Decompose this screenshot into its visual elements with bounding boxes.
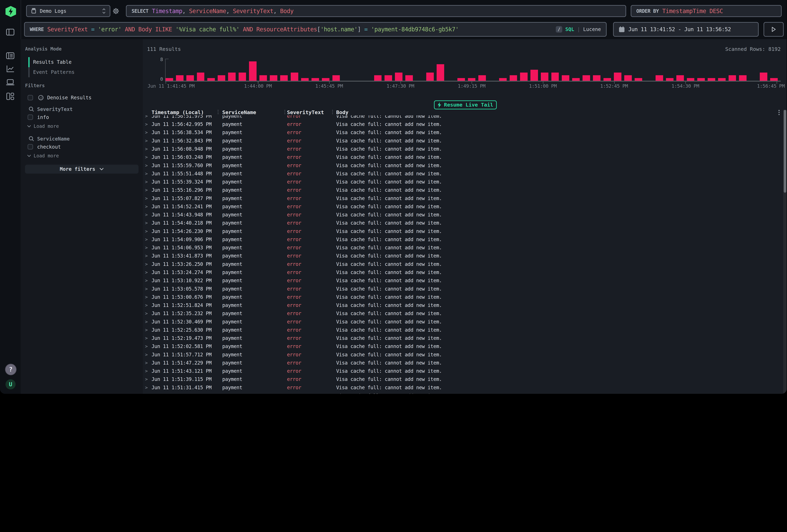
language-lucene[interactable]: Lucene (583, 26, 601, 32)
where-query-input[interactable]: WHERE SeverityText = 'error' AND Body IL… (24, 22, 607, 37)
histogram-bar[interactable] (520, 59, 530, 81)
table-row[interactable]: >Jun 11 1:55:16.296 PMpaymenterrorVisa c… (143, 186, 783, 194)
row-expand-icon[interactable]: > (145, 253, 148, 258)
table-row[interactable]: >Jun 11 1:51:57.712 PMpaymenterrorVisa c… (143, 350, 783, 359)
table-row[interactable]: >Jun 11 1:56:32.843 PMpaymenterrorVisa c… (143, 136, 783, 145)
table-row[interactable]: >Jun 11 1:54:09.906 PMpaymenterrorVisa c… (143, 235, 783, 243)
row-expand-icon[interactable]: > (145, 245, 148, 250)
filter-option-info[interactable]: info (27, 114, 49, 120)
histogram-bar[interactable] (426, 59, 437, 81)
select-query-input[interactable]: SELECT Timestamp, ServiceName, SeverityT… (126, 5, 626, 17)
row-expand-icon[interactable]: > (145, 138, 148, 143)
histogram-bar[interactable] (385, 59, 395, 81)
row-expand-icon[interactable]: > (145, 385, 148, 390)
denoise-checkbox[interactable] (27, 95, 33, 101)
table-row[interactable]: >Jun 11 1:56:08.948 PMpaymenterrorVisa c… (143, 145, 783, 153)
row-expand-icon[interactable]: > (145, 154, 148, 160)
denoise-row[interactable]: Denoise Results (27, 95, 91, 101)
dashboards-icon[interactable] (6, 92, 14, 100)
table-row[interactable]: >Jun 11 1:53:24.274 PMpaymenterrorVisa c… (143, 268, 783, 276)
table-row[interactable]: >Jun 11 1:51:39.115 PMpaymenterrorVisa c… (143, 375, 783, 383)
histogram-bar[interactable] (770, 59, 781, 81)
search-logs-icon[interactable] (6, 52, 15, 59)
histogram-bar[interactable] (593, 59, 603, 81)
row-expand-icon[interactable]: > (145, 302, 148, 308)
user-avatar[interactable]: U (5, 379, 16, 389)
histogram-bar[interactable] (645, 59, 656, 81)
histogram-bar[interactable] (499, 59, 510, 81)
row-expand-icon[interactable]: > (145, 163, 148, 168)
table-row[interactable]: >Jun 11 1:53:10.922 PMpaymenterrorVisa c… (143, 276, 783, 284)
row-expand-icon[interactable]: > (145, 311, 148, 316)
table-scrollbar[interactable] (783, 110, 787, 394)
histogram-bar[interactable] (624, 59, 635, 81)
histogram-bar[interactable] (301, 59, 312, 81)
histogram-bar[interactable] (697, 59, 708, 81)
histogram-bar[interactable] (405, 59, 416, 81)
row-expand-icon[interactable]: > (145, 278, 148, 283)
more-filters-button[interactable]: More filters (25, 165, 139, 174)
col-severitytext[interactable]: SeverityText (287, 109, 324, 115)
table-row[interactable]: >Jun 11 1:54:40.218 PMpaymenterrorVisa c… (143, 219, 783, 227)
histogram-bar[interactable] (635, 59, 645, 81)
histogram-bar[interactable] (447, 59, 458, 81)
table-row[interactable]: >Jun 11 1:52:51.824 PMpaymenterrorVisa c… (143, 301, 783, 309)
table-row[interactable]: >Jun 11 1:52:30.469 PMpaymenterrorVisa c… (143, 317, 783, 326)
filter-checkbox[interactable] (27, 114, 33, 120)
source-selector[interactable]: Demo Logs (26, 5, 110, 17)
table-row[interactable]: >Jun 11 1:54:43.948 PMpaymenterrorVisa c… (143, 211, 783, 219)
histogram-bar[interactable] (291, 59, 301, 81)
histogram-bar[interactable] (437, 59, 447, 81)
column-resize-handle[interactable] (332, 110, 333, 114)
histogram-bar[interactable] (364, 59, 374, 81)
histogram-bar[interactable] (197, 59, 207, 81)
row-expand-icon[interactable]: > (145, 179, 148, 185)
load-more-servicename[interactable]: Load more (27, 153, 59, 158)
row-expand-icon[interactable]: > (145, 327, 148, 333)
filter-option-checkout[interactable]: checkout (27, 144, 61, 150)
histogram-bar[interactable] (207, 59, 218, 81)
histogram-bar[interactable] (166, 59, 176, 81)
histogram-bar[interactable] (270, 59, 280, 81)
time-range-picker[interactable]: Jun 11 13:41:52 - Jun 11 13:56:52 (613, 22, 759, 37)
table-row[interactable]: >Jun 11 1:54:52.241 PMpaymenterrorVisa c… (143, 203, 783, 211)
histogram-bar[interactable] (760, 59, 770, 81)
histogram-bar[interactable] (666, 59, 676, 81)
row-expand-icon[interactable]: > (145, 130, 148, 135)
histogram-bar[interactable] (676, 59, 687, 81)
load-more-severitytext[interactable]: Load more (27, 123, 59, 129)
histogram-bar[interactable] (249, 59, 259, 81)
histogram-bar[interactable] (176, 59, 186, 81)
table-row[interactable]: >Jun 11 1:51:22.457 PMpaymenterrorVisa c… (143, 391, 783, 394)
histogram-bar[interactable] (687, 59, 697, 81)
table-row[interactable]: >Jun 11 1:56:42.995 PMpaymenterrorVisa c… (143, 120, 783, 128)
row-expand-icon[interactable]: > (145, 212, 148, 217)
row-expand-icon[interactable]: > (145, 146, 148, 152)
sidebar-toggle-icon[interactable] (6, 29, 15, 36)
table-row[interactable]: >Jun 11 1:55:51.448 PMpaymenterrorVisa c… (143, 170, 783, 178)
row-expand-icon[interactable]: > (145, 377, 148, 382)
row-expand-icon[interactable]: > (145, 261, 148, 267)
histogram-bar[interactable] (353, 59, 364, 81)
histogram-bar[interactable] (739, 59, 749, 81)
histogram-bar[interactable] (259, 59, 270, 81)
row-expand-icon[interactable]: > (145, 171, 148, 176)
table-row[interactable]: >Jun 11 1:56:38.534 PMpaymenterrorVisa c… (143, 128, 783, 136)
table-row[interactable]: >Jun 11 1:54:26.230 PMpaymenterrorVisa c… (143, 227, 783, 235)
histogram-bar[interactable] (322, 59, 332, 81)
table-row[interactable]: >Jun 11 1:53:41.873 PMpaymenterrorVisa c… (143, 252, 783, 260)
histogram-bar[interactable] (718, 59, 728, 81)
histogram-bar[interactable] (541, 59, 551, 81)
resume-live-tail-button[interactable]: Resume Live Tail (434, 101, 496, 109)
row-expand-icon[interactable]: > (145, 344, 148, 349)
table-row[interactable]: >Jun 11 1:51:47.229 PMpaymenterrorVisa c… (143, 359, 783, 367)
row-expand-icon[interactable]: > (145, 196, 148, 201)
order-by-input[interactable]: ORDER BY TimestampTime DESC (631, 5, 782, 17)
table-row[interactable]: >Jun 11 1:56:03.248 PMpaymenterrorVisa c… (143, 153, 783, 161)
histogram-bar[interactable] (614, 59, 624, 81)
table-row[interactable]: >Jun 11 1:55:39.324 PMpaymenterrorVisa c… (143, 178, 783, 186)
row-expand-icon[interactable]: > (145, 319, 148, 324)
histogram-bar[interactable] (530, 59, 541, 81)
histogram-bar[interactable] (218, 59, 228, 81)
histogram-bar[interactable] (708, 59, 718, 81)
